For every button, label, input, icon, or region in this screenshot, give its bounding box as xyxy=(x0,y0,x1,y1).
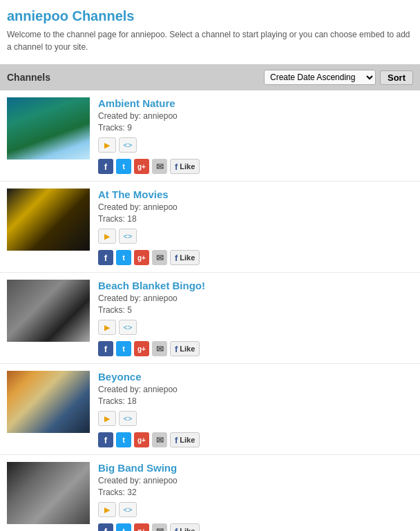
googleplus-icon-ambient-nature[interactable]: g+ xyxy=(134,159,149,174)
channel-info-beach-blanket-bingo: Beach Blanket Bingo! Created by: anniepo… xyxy=(98,280,413,356)
facebook-icon-at-the-movies[interactable]: f xyxy=(98,250,113,265)
fb-like-button-beyonce[interactable]: f Like xyxy=(170,432,200,447)
embed-button-at-the-movies[interactable]: <> xyxy=(119,229,137,244)
social-row-beach-blanket-bingo: f t g+ ✉ f Like xyxy=(98,341,413,356)
page-title: anniepoo Channels xyxy=(7,8,413,24)
fb-like-button-ambient-nature[interactable]: f Like xyxy=(170,159,200,174)
channel-tracks-beach-blanket-bingo: Tracks: 5 xyxy=(98,305,413,315)
channel-actions-beach-blanket-bingo: ▶ <> xyxy=(98,320,413,335)
channels-header: Channels Create Date Ascending Create Da… xyxy=(0,64,420,90)
twitter-icon-at-the-movies[interactable]: t xyxy=(116,250,131,265)
channel-tracks-beyonce: Tracks: 18 xyxy=(98,396,413,406)
fb-like-f-icon: f xyxy=(175,526,178,532)
channel-creator-beach-blanket-bingo: Created by: anniepoo xyxy=(98,293,413,303)
fb-like-button-big-band-swing[interactable]: f Like xyxy=(170,523,200,531)
channels-heading: Channels xyxy=(7,72,50,83)
channel-info-big-band-swing: Big Band Swing Created by: anniepoo Trac… xyxy=(98,462,413,531)
channel-item-beach-blanket-bingo: Beach Blanket Bingo! Created by: anniepo… xyxy=(0,273,420,364)
channel-tracks-big-band-swing: Tracks: 32 xyxy=(98,487,413,497)
email-icon-big-band-swing[interactable]: ✉ xyxy=(152,523,167,531)
play-button-at-the-movies[interactable]: ▶ xyxy=(98,229,116,244)
channel-creator-ambient-nature: Created by: anniepoo xyxy=(98,111,413,121)
email-icon-ambient-nature[interactable]: ✉ xyxy=(152,159,167,174)
social-row-at-the-movies: f t g+ ✉ f Like xyxy=(98,250,413,265)
embed-button-ambient-nature[interactable]: <> xyxy=(119,137,137,153)
facebook-icon-big-band-swing[interactable]: f xyxy=(98,523,113,531)
channel-thumb-beyonce[interactable] xyxy=(7,371,90,433)
channel-creator-at-the-movies: Created by: anniepoo xyxy=(98,202,413,212)
channel-info-ambient-nature: Ambient Nature Created by: anniepoo Trac… xyxy=(98,97,413,174)
fb-like-f-icon: f xyxy=(175,162,178,172)
fb-like-button-beach-blanket-bingo[interactable]: f Like xyxy=(170,341,200,356)
play-button-beyonce[interactable]: ▶ xyxy=(98,411,116,426)
channels-controls: Create Date Ascending Create Date Descen… xyxy=(264,70,413,85)
fb-like-label: Like xyxy=(180,162,195,171)
channel-creator-beyonce: Created by: anniepoo xyxy=(98,385,413,394)
googleplus-icon-beach-blanket-bingo[interactable]: g+ xyxy=(134,341,149,356)
channel-tracks-at-the-movies: Tracks: 18 xyxy=(98,214,413,224)
facebook-icon-ambient-nature[interactable]: f xyxy=(98,159,113,174)
channel-list: Ambient Nature Created by: anniepoo Trac… xyxy=(0,90,420,531)
fb-like-label: Like xyxy=(180,436,195,444)
channel-item-beyonce: Beyonce Created by: anniepoo Tracks: 18 … xyxy=(0,364,420,455)
page-wrapper: anniepoo Channels Welcome to the channel… xyxy=(0,0,420,531)
twitter-icon-ambient-nature[interactable]: t xyxy=(116,159,131,174)
social-row-beyonce: f t g+ ✉ f Like xyxy=(98,432,413,447)
channel-actions-ambient-nature: ▶ <> xyxy=(98,137,413,153)
email-icon-at-the-movies[interactable]: ✉ xyxy=(152,250,167,265)
channel-info-beyonce: Beyonce Created by: anniepoo Tracks: 18 … xyxy=(98,371,413,447)
channel-name-beyonce: Beyonce xyxy=(98,371,413,383)
fb-like-f-icon: f xyxy=(175,435,178,445)
twitter-icon-big-band-swing[interactable]: t xyxy=(116,523,131,531)
facebook-icon-beyonce[interactable]: f xyxy=(98,432,113,447)
fb-like-label: Like xyxy=(180,253,195,262)
channel-actions-beyonce: ▶ <> xyxy=(98,411,413,426)
play-button-big-band-swing[interactable]: ▶ xyxy=(98,502,116,517)
googleplus-icon-beyonce[interactable]: g+ xyxy=(134,432,149,447)
fb-like-label: Like xyxy=(180,345,195,353)
play-button-beach-blanket-bingo[interactable]: ▶ xyxy=(98,320,116,335)
channel-info-at-the-movies: At The Movies Created by: anniepoo Track… xyxy=(98,189,413,265)
channel-actions-big-band-swing: ▶ <> xyxy=(98,502,413,517)
fb-like-button-at-the-movies[interactable]: f Like xyxy=(170,250,200,265)
channel-tracks-ambient-nature: Tracks: 9 xyxy=(98,123,413,133)
channel-thumb-beach-blanket-bingo[interactable] xyxy=(7,280,90,342)
sort-select[interactable]: Create Date Ascending Create Date Descen… xyxy=(264,70,376,85)
channel-thumb-ambient-nature[interactable] xyxy=(7,97,90,160)
googleplus-icon-at-the-movies[interactable]: g+ xyxy=(134,250,149,265)
twitter-icon-beyonce[interactable]: t xyxy=(116,432,131,447)
channel-actions-at-the-movies: ▶ <> xyxy=(98,229,413,244)
facebook-icon-beach-blanket-bingo[interactable]: f xyxy=(98,341,113,356)
social-row-big-band-swing: f t g+ ✉ f Like xyxy=(98,523,413,531)
social-row-ambient-nature: f t g+ ✉ f Like xyxy=(98,159,413,174)
embed-button-beyonce[interactable]: <> xyxy=(119,411,137,426)
play-button-ambient-nature[interactable]: ▶ xyxy=(98,137,116,153)
page-description: Welcome to the channel page for anniepoo… xyxy=(7,28,413,53)
channel-thumb-big-band-swing[interactable] xyxy=(7,462,90,524)
embed-button-beach-blanket-bingo[interactable]: <> xyxy=(119,320,137,335)
channel-name-at-the-movies: At The Movies xyxy=(98,189,413,200)
channel-item-at-the-movies: At The Movies Created by: anniepoo Track… xyxy=(0,182,420,273)
fb-like-f-icon: f xyxy=(175,253,178,263)
channel-item-ambient-nature: Ambient Nature Created by: anniepoo Trac… xyxy=(0,90,420,182)
twitter-icon-beach-blanket-bingo[interactable]: t xyxy=(116,341,131,356)
page-header: anniepoo Channels Welcome to the channel… xyxy=(0,0,420,64)
sort-button[interactable]: Sort xyxy=(380,70,413,85)
channel-item-big-band-swing: Big Band Swing Created by: anniepoo Trac… xyxy=(0,455,420,531)
email-icon-beach-blanket-bingo[interactable]: ✉ xyxy=(152,341,167,356)
googleplus-icon-big-band-swing[interactable]: g+ xyxy=(134,523,149,531)
fb-like-f-icon: f xyxy=(175,344,178,354)
channel-name-big-band-swing: Big Band Swing xyxy=(98,462,413,474)
email-icon-beyonce[interactable]: ✉ xyxy=(152,432,167,447)
channel-creator-big-band-swing: Created by: anniepoo xyxy=(98,476,413,485)
fb-like-label: Like xyxy=(180,527,195,531)
embed-button-big-band-swing[interactable]: <> xyxy=(119,502,137,517)
channel-thumb-at-the-movies[interactable] xyxy=(7,189,90,251)
channel-name-ambient-nature: Ambient Nature xyxy=(98,97,413,109)
channel-name-beach-blanket-bingo: Beach Blanket Bingo! xyxy=(98,280,413,291)
